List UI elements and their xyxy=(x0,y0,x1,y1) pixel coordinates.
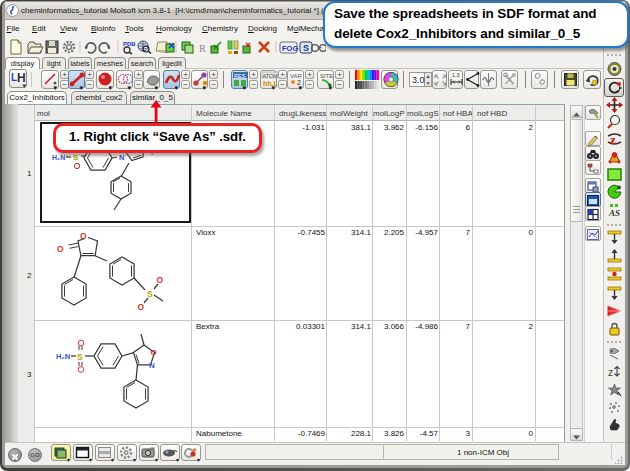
svg-text:S: S xyxy=(147,289,153,299)
svg-text:H₂N: H₂N xyxy=(52,154,65,161)
svg-text:N: N xyxy=(149,361,155,370)
svg-text:S: S xyxy=(73,153,79,162)
svg-text:O: O xyxy=(57,244,64,254)
svg-text:O: O xyxy=(138,302,145,312)
svg-text:z: z xyxy=(610,132,616,147)
svg-text:H₂N: H₂N xyxy=(56,352,70,361)
svg-text:N: N xyxy=(119,153,124,162)
svg-text:AS: AS xyxy=(608,208,620,218)
svg-text:O: O xyxy=(157,275,164,285)
svg-text:S: S xyxy=(77,352,83,362)
svg-text:O: O xyxy=(151,348,157,357)
svg-text:z: z xyxy=(608,367,613,378)
